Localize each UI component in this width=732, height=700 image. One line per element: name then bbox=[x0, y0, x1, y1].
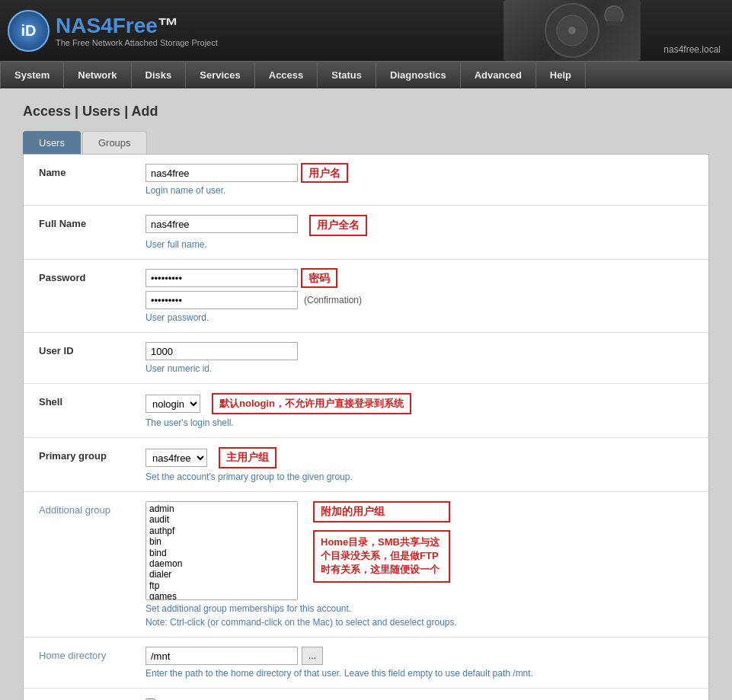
tagline: The Free Network Attached Storage Projec… bbox=[56, 38, 218, 47]
additional-group-label: Additional group bbox=[39, 501, 145, 516]
password-annotation: 密码 bbox=[301, 268, 337, 288]
name-content: 用户名 Login name of user. bbox=[145, 164, 693, 196]
password-hint: User password. bbox=[145, 312, 693, 323]
user-portal-row: User portal Grant access to the user por… bbox=[24, 689, 708, 700]
hdd-decorative-image bbox=[503, 0, 641, 61]
fullname-hint: User full name. bbox=[145, 239, 693, 250]
tab-groups[interactable]: Groups bbox=[82, 131, 147, 154]
nav-help[interactable]: Help bbox=[536, 62, 586, 88]
password-content: 密码 (Confirmation) User password. bbox=[145, 269, 693, 323]
userid-input[interactable] bbox=[145, 342, 298, 360]
nav-services[interactable]: Services bbox=[186, 62, 255, 88]
breadcrumb: Access | Users | Add bbox=[23, 104, 709, 120]
password-confirm-input[interactable] bbox=[145, 291, 298, 309]
additional-group-hint2: Note: Ctrl-click (or command-click on th… bbox=[145, 617, 693, 628]
header: iD NAS4Free™ The Free Network Attached S… bbox=[0, 0, 732, 61]
tabs: Users Groups bbox=[23, 131, 709, 154]
form-panel: Name 用户名 Login name of user. Full Name 用… bbox=[23, 154, 709, 700]
primary-group-row: Primary group nas4free wheel users admin… bbox=[24, 438, 708, 492]
name-hint: Login name of user. bbox=[145, 185, 693, 196]
name-label: Name bbox=[39, 164, 145, 178]
home-directory-input[interactable] bbox=[145, 647, 298, 665]
shell-annotation: 默认nologin，不允许用户直接登录到系统 bbox=[212, 393, 411, 414]
additional-group-content: admin audit authpf bin bind daemon diale… bbox=[145, 501, 693, 628]
password-row: Password 密码 (Confirmation) User password… bbox=[24, 260, 708, 333]
tab-users[interactable]: Users bbox=[23, 131, 81, 154]
additional-group-row: Additional group admin audit authpf bin … bbox=[24, 492, 708, 638]
svg-rect-4 bbox=[606, 21, 629, 26]
shell-content: nologin bash sh csh 默认nologin，不允许用户直接登录到… bbox=[145, 393, 693, 428]
fullname-label: Full Name bbox=[39, 215, 145, 229]
home-directory-hint: Enter the path to the home directory of … bbox=[145, 668, 693, 679]
nav-disks[interactable]: Disks bbox=[132, 62, 187, 88]
hostname: nas4free.local bbox=[663, 44, 721, 55]
nav-network[interactable]: Network bbox=[64, 62, 131, 88]
logo-text: NAS4Free™ The Free Network Attached Stor… bbox=[56, 14, 218, 47]
nav-diagnostics[interactable]: Diagnostics bbox=[376, 62, 461, 88]
primary-group-content: nas4free wheel users admin 主用户组 Set the … bbox=[145, 447, 693, 482]
nav-status[interactable]: Status bbox=[318, 62, 376, 88]
userid-hint: User numeric id. bbox=[145, 363, 693, 374]
fullname-content: 用户全名 User full name. bbox=[145, 215, 693, 250]
primary-group-select[interactable]: nas4free wheel users admin bbox=[145, 449, 207, 467]
nav-system[interactable]: System bbox=[0, 62, 64, 88]
additional-group-listbox[interactable]: admin audit authpf bin bind daemon diale… bbox=[145, 501, 298, 600]
name-annotation: 用户名 bbox=[301, 163, 348, 183]
userid-content: User numeric id. bbox=[145, 342, 693, 374]
additional-group-annotation: 附加的用户组 bbox=[313, 501, 450, 523]
primary-group-label: Primary group bbox=[39, 447, 145, 462]
nav-advanced[interactable]: Advanced bbox=[461, 62, 536, 88]
confirmation-label: (Confirmation) bbox=[304, 295, 362, 305]
fullname-input[interactable] bbox=[145, 215, 298, 233]
name-input[interactable] bbox=[145, 164, 298, 182]
shell-row: Shell nologin bash sh csh 默认nologin，不允许用… bbox=[24, 384, 708, 438]
home-directory-row: Home directory ... Enter the path to the… bbox=[24, 638, 708, 689]
primary-group-hint: Set the account's primary group to the g… bbox=[145, 471, 693, 482]
browse-button[interactable]: ... bbox=[302, 647, 323, 665]
password-label: Password bbox=[39, 269, 145, 283]
fullname-row: Full Name 用户全名 User full name. bbox=[24, 206, 708, 260]
home-dir-annotation: Home目录，SMB共享与这个目录没关系，但是做FTP时有关系，这里随便设一个 bbox=[313, 530, 450, 583]
nav-access[interactable]: Access bbox=[255, 62, 318, 88]
main-nav: System Network Disks Services Access Sta… bbox=[0, 61, 732, 88]
shell-hint: The user's login shell. bbox=[145, 417, 693, 428]
home-directory-content: ... Enter the path to the home directory… bbox=[145, 647, 693, 679]
brand-name: NAS4Free™ bbox=[56, 14, 218, 38]
shell-label: Shell bbox=[39, 393, 145, 408]
primary-group-annotation: 主用户组 bbox=[219, 447, 276, 468]
svg-point-2 bbox=[568, 27, 576, 34]
userid-row: User ID User numeric id. bbox=[24, 333, 708, 384]
userid-label: User ID bbox=[39, 342, 145, 356]
content-area: Access | Users | Add Users Groups Name 用… bbox=[0, 88, 732, 700]
name-row: Name 用户名 Login name of user. bbox=[24, 155, 708, 206]
shell-select[interactable]: nologin bash sh csh bbox=[145, 395, 200, 413]
logo-area: iD NAS4Free™ The Free Network Attached S… bbox=[8, 10, 218, 52]
logo-icon: iD bbox=[8, 10, 50, 52]
home-directory-label: Home directory bbox=[39, 647, 145, 661]
additional-group-hint1: Set additional group memberships for thi… bbox=[145, 603, 693, 614]
fullname-annotation: 用户全名 bbox=[309, 215, 367, 236]
password-input[interactable] bbox=[145, 269, 298, 287]
